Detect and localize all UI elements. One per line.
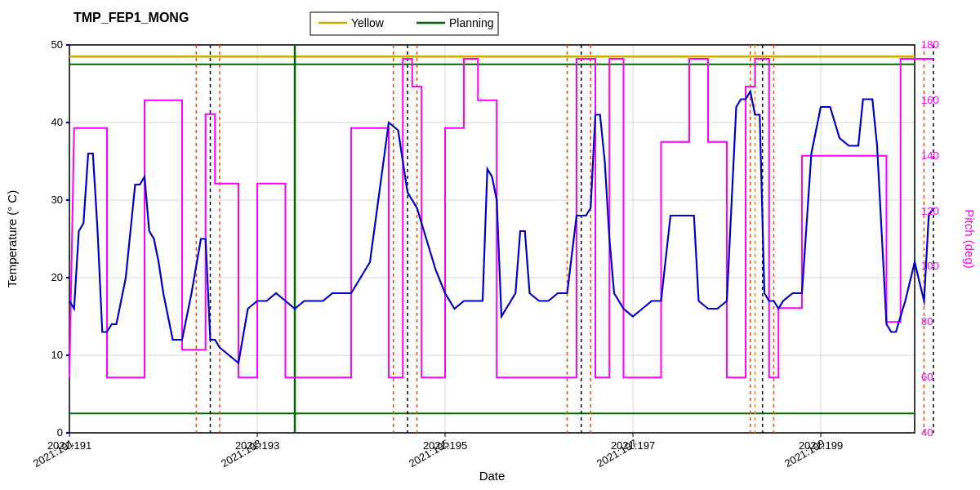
- chart-container: [0, 0, 980, 490]
- chart-canvas: [0, 0, 980, 490]
